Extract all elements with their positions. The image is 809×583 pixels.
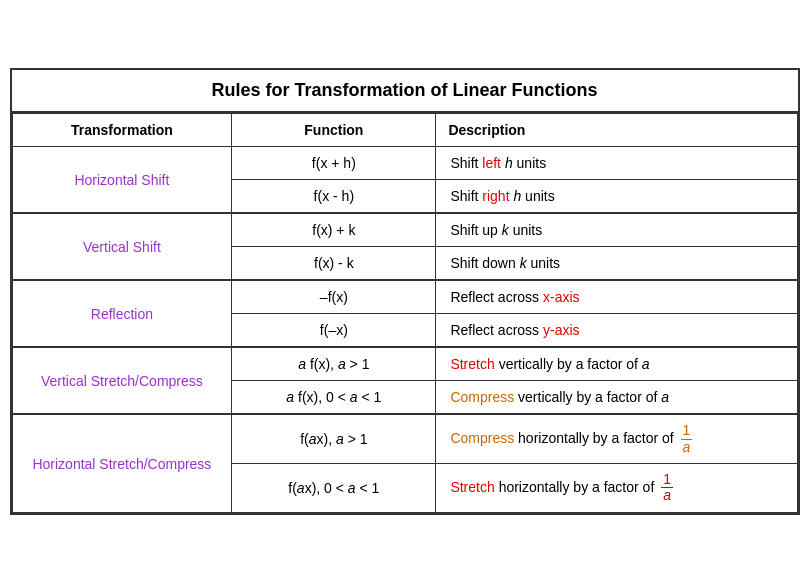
- description-cell: Compress vertically by a factor of a: [436, 381, 797, 415]
- description-cell: Shift up k units: [436, 213, 797, 247]
- table-row: Reflection –f(x) Reflect across x-axis: [12, 280, 797, 314]
- function-cell: f(x) + k: [232, 213, 436, 247]
- table-title: Rules for Transformation of Linear Funct…: [12, 70, 798, 113]
- transformation-table: Transformation Function Description Hori…: [12, 113, 798, 513]
- function-cell: –f(x): [232, 280, 436, 314]
- description-cell: Shift left h units: [436, 147, 797, 180]
- header-description: Description: [436, 114, 797, 147]
- table-row: Horizontal Shift f(x + h) Shift left h u…: [12, 147, 797, 180]
- transformation-label: Vertical Stretch/Compress: [12, 347, 232, 414]
- function-cell: a f(x), a > 1: [232, 347, 436, 381]
- function-cell: f(x + h): [232, 147, 436, 180]
- function-cell: f(–x): [232, 314, 436, 348]
- transformation-label: Reflection: [12, 280, 232, 347]
- description-cell: Reflect across x-axis: [436, 280, 797, 314]
- description-cell: Stretch horizontally by a factor of 1 a: [436, 464, 797, 513]
- table-body: Horizontal Shift f(x + h) Shift left h u…: [12, 147, 797, 513]
- table-row: Vertical Stretch/Compress a f(x), a > 1 …: [12, 347, 797, 381]
- function-cell: f(x - h): [232, 180, 436, 214]
- table-row: Horizontal Stretch/Compress f(ax), a > 1…: [12, 414, 797, 463]
- header-transformation: Transformation: [12, 114, 232, 147]
- description-cell: Shift down k units: [436, 247, 797, 281]
- table-row: Vertical Shift f(x) + k Shift up k units: [12, 213, 797, 247]
- header-row: Transformation Function Description: [12, 114, 797, 147]
- transformation-label: Horizontal Stretch/Compress: [12, 414, 232, 512]
- header-function: Function: [232, 114, 436, 147]
- function-cell: f(ax), a > 1: [232, 414, 436, 463]
- main-table-container: Rules for Transformation of Linear Funct…: [10, 68, 800, 515]
- function-cell: a f(x), 0 < a < 1: [232, 381, 436, 415]
- description-cell: Reflect across y-axis: [436, 314, 797, 348]
- function-cell: f(ax), 0 < a < 1: [232, 464, 436, 513]
- function-cell: f(x) - k: [232, 247, 436, 281]
- transformation-label: Horizontal Shift: [12, 147, 232, 214]
- description-cell: Stretch vertically by a factor of a: [436, 347, 797, 381]
- description-cell: Shift right h units: [436, 180, 797, 214]
- description-cell: Compress horizontally by a factor of 1 a: [436, 414, 797, 463]
- transformation-label: Vertical Shift: [12, 213, 232, 280]
